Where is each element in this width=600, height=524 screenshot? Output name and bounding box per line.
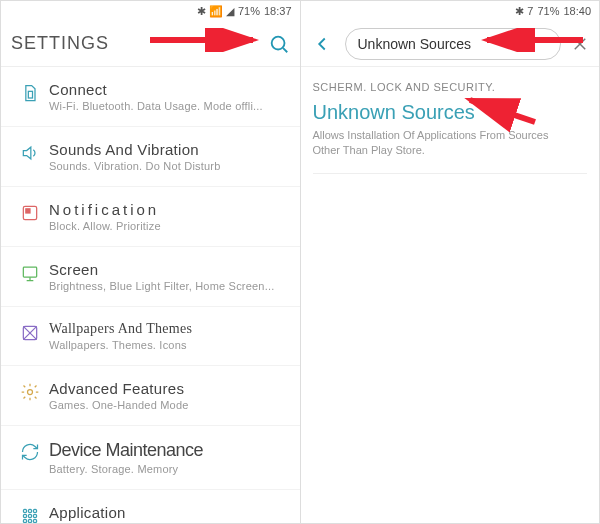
svg-point-12: [28, 514, 31, 517]
item-title: Notification: [49, 201, 288, 218]
settings-item-connect[interactable]: ConnectWi-Fi. Bluetooth. Data Usage. Mod…: [1, 67, 300, 127]
display-icon: [20, 263, 40, 283]
palette-icon: [20, 323, 40, 343]
settings-item-maintenance[interactable]: Device MaintenanceBattery. Storage. Memo…: [1, 426, 300, 490]
item-title: Application: [49, 504, 288, 521]
svg-point-7: [28, 390, 33, 395]
status-bar: ✱ 7 71% 18:40: [301, 1, 600, 21]
svg-point-8: [23, 509, 26, 512]
search-value: Unknown Sources: [358, 36, 472, 52]
result-breadcrumb: SCHERM. LOCK AND SECURITY.: [313, 81, 588, 93]
svg-point-16: [33, 519, 36, 522]
svg-point-9: [28, 509, 31, 512]
gear-icon: [20, 382, 40, 402]
status-icons: ✱ 7: [515, 5, 533, 18]
settings-item-advanced[interactable]: Advanced FeaturesGames. One-Handed Mode: [1, 366, 300, 426]
item-subtitle: Battery. Storage. Memory: [49, 463, 288, 475]
status-bar: ✱ 📶 ◢ 71% 18:37: [1, 1, 300, 21]
svg-point-13: [33, 514, 36, 517]
close-icon[interactable]: [571, 35, 589, 53]
svg-point-15: [28, 519, 31, 522]
apps-icon: [20, 506, 40, 523]
settings-item-screen[interactable]: ScreenBrightness, Blue Light Filter, Hom…: [1, 247, 300, 307]
svg-point-11: [23, 514, 26, 517]
item-title: Connect: [49, 81, 288, 98]
speaker-icon: [20, 143, 40, 163]
svg-rect-4: [26, 209, 30, 213]
settings-screen: ✱ 📶 ◢ 71% 18:37 SETTINGS ConnectWi-Fi. B…: [0, 0, 300, 524]
item-subtitle: Games. One-Handed Mode: [49, 399, 288, 411]
back-icon[interactable]: [311, 33, 333, 55]
item-subtitle: Wallpapers. Themes. Icons: [49, 339, 288, 351]
result-title[interactable]: Unknown Sources: [313, 101, 588, 124]
svg-point-14: [23, 519, 26, 522]
status-time: 18:37: [264, 5, 292, 17]
status-battery: 71%: [537, 5, 559, 17]
sim-icon: [20, 83, 40, 103]
status-icons: ✱ 📶 ◢: [197, 5, 234, 18]
status-battery: 71%: [238, 5, 260, 17]
result-subtitle: Allows Installation Of Applications From…: [313, 128, 588, 174]
item-subtitle: Sounds. Vibration. Do Not Disturb: [49, 160, 288, 172]
search-results-screen: ✱ 7 71% 18:40 Unknown Sources SCHERM. LO…: [300, 0, 601, 524]
settings-list: ConnectWi-Fi. Bluetooth. Data Usage. Mod…: [1, 67, 300, 523]
svg-point-0: [271, 36, 284, 49]
search-results: SCHERM. LOCK AND SECURITY. Unknown Sourc…: [301, 67, 600, 188]
settings-header: SETTINGS: [1, 21, 300, 67]
item-title: Sounds And Vibration: [49, 141, 288, 158]
settings-item-application[interactable]: ApplicationDefault Applications. Dell Pe…: [1, 490, 300, 523]
page-title: SETTINGS: [11, 33, 268, 54]
search-header: Unknown Sources: [301, 21, 600, 67]
search-input[interactable]: Unknown Sources: [345, 28, 562, 60]
svg-point-10: [33, 509, 36, 512]
item-subtitle: Block. Allow. Prioritize: [49, 220, 288, 232]
settings-item-wallpaper[interactable]: Wallpapers And ThemesWallpapers. Themes.…: [1, 307, 300, 366]
svg-rect-5: [23, 267, 36, 277]
search-icon[interactable]: [268, 33, 290, 55]
item-title: Screen: [49, 261, 288, 278]
refresh-icon: [20, 442, 40, 462]
settings-item-sounds[interactable]: Sounds And VibrationSounds. Vibration. D…: [1, 127, 300, 187]
svg-rect-2: [28, 91, 32, 98]
status-time: 18:40: [563, 5, 591, 17]
item-subtitle: Brightness, Blue Light Filter, Home Scre…: [49, 280, 288, 292]
item-title: Advanced Features: [49, 380, 288, 397]
item-subtitle: Wi-Fi. Bluetooth. Data Usage. Mode offli…: [49, 100, 288, 112]
settings-item-notification[interactable]: NotificationBlock. Allow. Prioritize: [1, 187, 300, 247]
badge-icon: [20, 203, 40, 223]
svg-line-1: [283, 48, 287, 52]
item-title: Device Maintenance: [49, 440, 288, 461]
item-title: Wallpapers And Themes: [49, 321, 288, 337]
